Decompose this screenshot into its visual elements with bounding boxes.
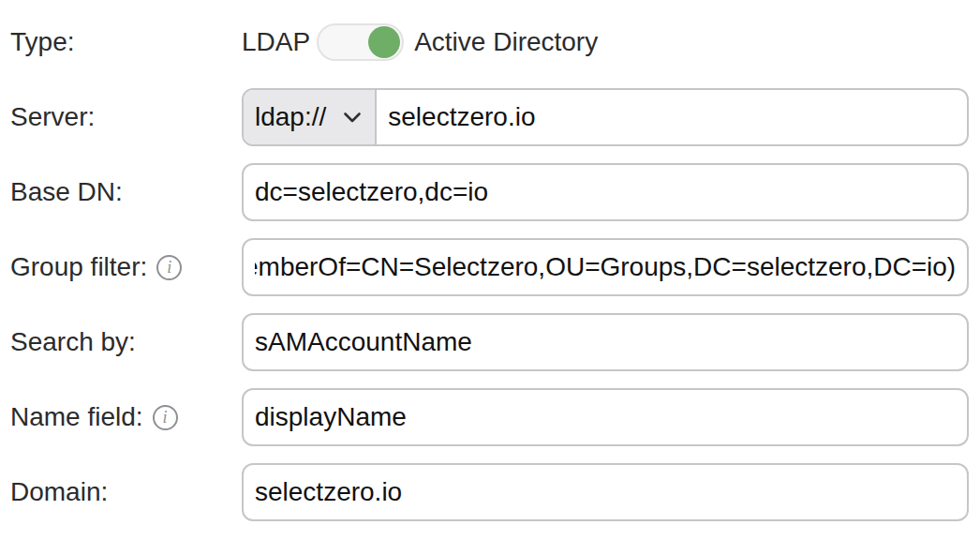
domain-label: Domain: [10,477,108,507]
base-dn-row: Base DN: [10,163,969,221]
toggle-option-active-directory[interactable]: Active Directory [414,27,598,57]
base-dn-input[interactable] [244,165,967,219]
domain-label-col: Domain: [10,477,242,507]
group-filter-row: Group filter: i [10,238,969,296]
name-field-field [242,388,969,446]
search-by-label: Search by: [10,327,136,357]
search-by-label-col: Search by: [10,327,242,357]
server-host-input[interactable] [377,90,967,144]
type-label: Type: [10,27,74,57]
name-field-input[interactable] [244,390,967,444]
server-label-col: Server: [10,102,242,132]
chevron-down-icon [343,112,362,124]
group-filter-field [242,238,969,296]
domain-field [242,463,969,521]
search-by-row: Search by: [10,313,969,371]
toggle-knob [368,26,400,58]
ldap-settings-form: Type: LDAP Active Directory Server: ldap… [0,0,980,521]
group-filter-label: Group filter: [10,252,147,282]
info-icon[interactable]: i [153,405,178,430]
type-label-col: Type: [10,27,242,57]
base-dn-label: Base DN: [10,177,123,207]
name-field-label: Name field: [10,402,143,432]
domain-input[interactable] [244,465,967,519]
protocol-select[interactable]: ldap:// [244,90,377,144]
server-field-group: ldap:// [242,88,969,146]
toggle-option-ldap[interactable]: LDAP [242,27,310,57]
server-label: Server: [10,102,95,132]
name-field-row: Name field: i [10,388,969,446]
protocol-select-value: ldap:// [255,102,326,132]
server-row: Server: ldap:// [10,88,969,146]
type-toggle[interactable] [317,23,404,61]
base-dn-field [242,163,969,221]
group-filter-label-col: Group filter: i [10,252,242,282]
name-field-label-col: Name field: i [10,402,242,432]
group-filter-input[interactable] [244,240,967,294]
search-by-field [242,313,969,371]
type-row: Type: LDAP Active Directory [10,13,969,71]
info-icon[interactable]: i [156,255,182,280]
search-by-input[interactable] [244,315,967,369]
domain-row: Domain: [10,463,969,521]
base-dn-label-col: Base DN: [10,177,242,207]
type-toggle-group: LDAP Active Directory [242,23,598,61]
